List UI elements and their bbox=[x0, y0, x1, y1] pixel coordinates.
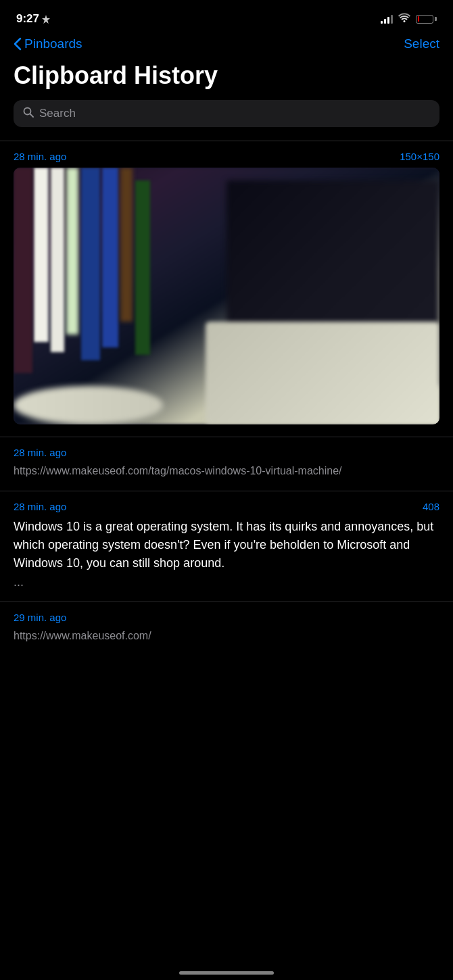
page-title: Clipboard History bbox=[0, 57, 453, 100]
clip-text-content: Windows 10 is a great operating system. … bbox=[14, 518, 439, 572]
location-icon bbox=[42, 15, 50, 24]
chevron-left-icon bbox=[14, 37, 22, 51]
home-indicator bbox=[179, 971, 274, 975]
signal-icon bbox=[381, 14, 393, 24]
clip-meta-4: 29 min. ago bbox=[14, 612, 439, 623]
svg-line-1 bbox=[30, 114, 34, 117]
clip-time-1: 28 min. ago bbox=[14, 151, 66, 162]
status-time: 9:27 bbox=[16, 12, 50, 26]
clip-time-2: 28 min. ago bbox=[14, 447, 66, 458]
clip-image[interactable] bbox=[14, 168, 439, 424]
clip-more: ... bbox=[14, 575, 439, 589]
clip-time-3: 28 min. ago bbox=[14, 501, 66, 512]
back-button[interactable]: Pinboards bbox=[14, 36, 82, 51]
select-button[interactable]: Select bbox=[404, 36, 439, 51]
clip-meta-3: 28 min. ago 408 bbox=[14, 501, 439, 512]
clip-size-1: 150×150 bbox=[400, 151, 439, 162]
clip-meta-1: 28 min. ago 150×150 bbox=[14, 151, 439, 162]
search-placeholder: Search bbox=[39, 107, 76, 120]
clip-item-url-1[interactable]: 28 min. ago https://www.makeuseof.com/ta… bbox=[0, 437, 453, 491]
status-icons bbox=[381, 13, 437, 25]
status-bar: 9:27 bbox=[0, 0, 453, 34]
clip-url-1: https://www.makeuseof.com/tag/macos-wind… bbox=[14, 464, 439, 479]
clip-url-2: https://www.makeuseof.com/ bbox=[14, 629, 439, 643]
search-container: Search bbox=[0, 100, 453, 141]
battery-icon bbox=[416, 15, 437, 24]
clip-char-count: 408 bbox=[423, 501, 439, 512]
clip-item-text[interactable]: 28 min. ago 408 Windows 10 is a great op… bbox=[0, 491, 453, 602]
wifi-icon bbox=[398, 13, 410, 25]
nav-bar: Pinboards Select bbox=[0, 34, 453, 57]
search-icon bbox=[23, 107, 34, 120]
clip-time-4: 29 min. ago bbox=[14, 612, 66, 623]
search-bar[interactable]: Search bbox=[14, 100, 439, 127]
clip-item-url-2[interactable]: 29 min. ago https://www.makeuseof.com/ bbox=[0, 602, 453, 656]
clip-meta-2: 28 min. ago bbox=[14, 447, 439, 458]
clip-item-image[interactable]: 28 min. ago 150×150 bbox=[0, 141, 453, 437]
